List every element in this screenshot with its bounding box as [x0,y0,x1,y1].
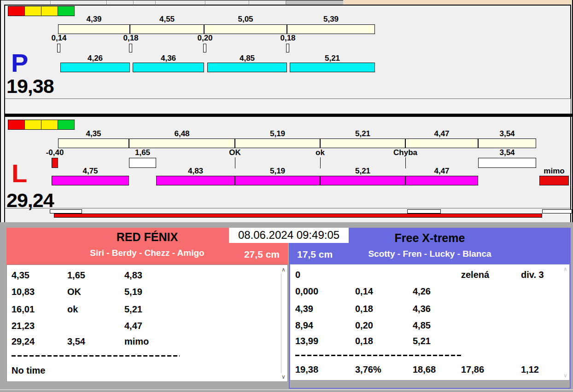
toolbar-segment [0,0,51,5]
table-cell: 10,83 [12,287,35,296]
table-cell: 1,65 [67,271,85,280]
split-time-label: 4,47 [434,130,449,138]
results-table-left: No time ∧ ∨ 4,351,654,8310,83OK5,1916,01… [6,265,288,382]
dog-time-label: 5,21 [325,54,340,62]
mark-label: OK [229,149,241,156]
lane-p-empty-strip [5,98,571,114]
mark-label: ok [316,149,325,156]
table-cell: 1,12 [521,365,539,374]
status-light-square [58,6,75,16]
fault-bar [539,176,569,185]
table-cell: 16,01 [12,305,35,314]
table-cell: 5,19 [124,287,142,296]
status-light-square [8,120,25,130]
team-panel-left: RED FÉNIX Siri - Berdy - Chezz - Amigo 2… [6,228,288,389]
dog-time-label: 4,36 [161,54,176,62]
table-cell: 4,35 [12,271,29,280]
dog-time-bar [207,63,287,72]
scroll-down-icon[interactable]: ∨ [562,373,569,378]
split-time-label: 4,39 [86,15,101,23]
dog-time-label: 4,83 [188,167,203,175]
timeline-marker-box [407,209,441,213]
changeover-gap-box [129,158,156,168]
mark-label: 1,65 [135,149,150,156]
split-time-label: 5,05 [238,15,253,23]
table-cell: 0,14 [355,287,373,296]
timeline-baseline [5,208,571,208]
changeover-time-label: 0,14 [51,34,66,42]
jump-height-badge: 27,5 cm [244,249,280,260]
table-cell: 29,24 [12,337,35,346]
window-top-strip [0,0,573,5]
table-cell: div. 3 [521,270,544,279]
scroll-up-icon[interactable]: ∧ [562,266,569,272]
scrollbar-left-table[interactable]: ∧ ∨ [280,266,287,380]
scrollbar-track[interactable] [281,273,281,373]
table-cell: 5,21 [413,336,431,346]
result-status-text: No time [12,365,45,376]
changeover-time-label: 0,20 [197,34,212,42]
table-cell: 0,18 [355,304,373,313]
status-light-square [24,6,41,16]
changeover-time-label: 0,18 [280,34,295,42]
table-cell: 3,76% [355,365,381,374]
table-cell: 18,68 [413,365,436,374]
scroll-down-icon[interactable]: ∨ [280,374,287,380]
split-time-label: 5,19 [270,130,285,138]
table-cell: ok [67,305,78,314]
split-time-label: 4,55 [159,15,175,23]
judge-mark-tick [405,157,406,168]
split-bar-segment [478,138,536,148]
table-cell: 4,36 [413,304,431,313]
dog-time-bar [156,176,235,185]
table-cell: 4,47 [124,321,142,330]
table-cell: 4,83 [124,271,142,280]
table-cell: 5,21 [124,305,142,314]
table-cell: zelená [461,270,489,279]
dog-time-bar [60,63,130,72]
changeover-tick [129,44,132,52]
dog-time-label: 5,19 [270,167,285,175]
lane-p: P 19,38 4,394,555,055,390,140,180,200,18… [0,5,573,114]
split-bar-segment [130,24,204,34]
dog-time-bar [290,63,375,72]
table-cell: OK [67,287,81,296]
dog-time-label: 4,26 [88,54,103,62]
toolbar-segment [107,0,134,5]
timeline-marker-box [50,209,82,213]
jump-height-badge: 17,5 cm [297,249,333,260]
split-bar-segment [58,24,130,34]
top-toolbar-strip [0,0,343,5]
toolbar-segment [51,0,107,5]
table-cell: 17,86 [461,365,484,374]
split-time-label: 5,39 [323,15,339,23]
scrollbar-right-table[interactable]: ∧ ∨ [562,265,569,379]
status-light-square [41,6,58,16]
timeline-marker-box [542,209,572,213]
split-time-label: 4,35 [86,130,101,138]
lane-p-total-time: 19,38 [6,76,54,96]
dog-time-bar [52,176,129,185]
table-cell: 0,000 [295,287,318,296]
table-cell: 19,38 [295,365,318,374]
mark-label: Chyba [393,149,417,156]
table-cell: 4,26 [413,287,431,296]
table-cell: 21,23 [12,321,35,330]
dog-time-label: 4,47 [434,167,449,175]
results-table-right: ∧ ∨ 0zelenádiv. 30,0000,144,264,390,184,… [290,264,570,380]
dog-time-bar [405,176,478,185]
changeover-tick [57,44,60,52]
dog-time-label: 5,21 [355,167,370,175]
scroll-up-icon[interactable]: ∧ [280,267,287,272]
dog-time-label: mimo [544,167,564,175]
table-cell: 8,94 [295,321,313,330]
status-light-square [8,6,25,16]
split-bar-segment [287,24,375,34]
split-time-label: 3,54 [499,130,515,138]
split-time-label: 5,21 [355,130,370,138]
table-cell: 0 [295,270,300,279]
lane-p-letter: P [11,50,28,76]
split-time-label: 6,48 [174,130,189,138]
lane-l: L 29,24 4,356,485,195,214,473,54-0,401,6… [0,116,573,222]
lane-l-total-time: 29,24 [6,190,54,210]
